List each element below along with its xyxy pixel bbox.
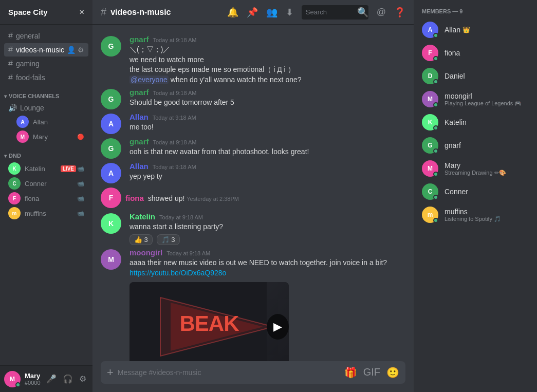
search-icon: 🔍 bbox=[357, 7, 368, 18]
user-settings-button[interactable]: ⚙ bbox=[77, 372, 88, 386]
message-time: Today at 9:18 AM bbox=[153, 164, 196, 170]
message-header: gnarf Today at 9:18 AM bbox=[129, 88, 405, 97]
member-info: Mary Streaming Drawing ✏🎨 bbox=[445, 161, 529, 176]
video-thumbnail[interactable]: BEAK ▶ bbox=[129, 282, 289, 361]
avatar: F bbox=[101, 188, 121, 208]
message-input[interactable] bbox=[118, 363, 340, 382]
speaker-icon: 🔊 bbox=[8, 104, 17, 112]
hash-icon: # bbox=[8, 73, 13, 82]
message-text: ooh is that new avatar from that photosh… bbox=[129, 147, 405, 157]
channel-header-name: videos-n-music bbox=[110, 8, 171, 17]
message-content: Katelin Today at 9:18 AM wanna start a l… bbox=[129, 212, 405, 245]
video-icon: 📹 bbox=[77, 180, 84, 187]
member-activity: Playing League of Legends 🎮 bbox=[445, 100, 529, 107]
message-time: Today at 9:18 AM bbox=[159, 214, 203, 220]
dnd-category-label: DnD bbox=[9, 153, 21, 159]
voice-channel-lounge[interactable]: 🔊 Lounge bbox=[4, 102, 88, 114]
dnd-member-fiona[interactable]: F fiona 📹 bbox=[4, 191, 88, 206]
channel-item-videos-n-music[interactable]: # videos-n-music 👤 ⚙ bbox=[4, 43, 88, 57]
collapse-arrow-icon: ▾ bbox=[4, 94, 7, 99]
member-status-icons: 🔴 bbox=[77, 134, 84, 140]
mute-button[interactable]: 🎤 bbox=[44, 372, 59, 386]
dnd-member-name: fiona bbox=[25, 195, 77, 202]
message-content: gnarf Today at 9:18 AM Should be good to… bbox=[129, 88, 405, 109]
member-name: Mary bbox=[445, 161, 529, 170]
search-input[interactable] bbox=[306, 8, 357, 16]
emoji-button[interactable]: 🙂 bbox=[386, 366, 399, 379]
video-play-button[interactable]: ▶ bbox=[267, 314, 289, 340]
message-time: Today at 9:18 AM bbox=[153, 37, 197, 43]
voice-members-list: A Allan M Mary 🔴 bbox=[0, 115, 92, 144]
message: G gnarf Today at 9:18 AM ooh is that new… bbox=[92, 136, 414, 160]
reaction-thumbsup[interactable]: 👍 3 bbox=[129, 234, 153, 245]
live-badge: LIVE bbox=[61, 165, 76, 172]
status-indicator bbox=[433, 148, 438, 154]
gift-button[interactable]: 🎁 bbox=[344, 366, 357, 379]
message-input-container: + 🎁 GIF 🙂 bbox=[101, 361, 405, 384]
user-panel: M Mary #0000 🎤 🎧 ⚙ bbox=[0, 365, 92, 392]
user-panel-name: Mary bbox=[25, 372, 44, 380]
member-name-label: Allan bbox=[445, 26, 460, 34]
member-name: moongirl bbox=[445, 92, 529, 100]
voice-member-mary[interactable]: M Mary 🔴 bbox=[12, 129, 88, 144]
message-author: gnarf bbox=[129, 35, 149, 44]
video-link[interactable]: https://youtu.be/OiDx6aQ928o bbox=[129, 269, 226, 277]
member-item-muffins[interactable]: m muffins Listening to Spotify 🎵 bbox=[418, 203, 533, 226]
avatar: A bbox=[101, 114, 121, 134]
voice-member-allan[interactable]: A Allan bbox=[12, 115, 88, 129]
download-icon[interactable]: ⬇ bbox=[286, 7, 293, 18]
dnd-category-header[interactable]: ▾ DnD bbox=[0, 144, 92, 161]
avatar: F bbox=[8, 192, 21, 204]
avatar: m bbox=[8, 207, 21, 219]
message-author: Katelin bbox=[129, 212, 155, 221]
help-icon[interactable]: ❓ bbox=[394, 7, 405, 18]
dnd-member-name: Katelin bbox=[25, 165, 59, 173]
channel-item-gaming[interactable]: # gaming bbox=[4, 57, 88, 70]
member-item-allan[interactable]: A Allan 👑 bbox=[418, 18, 533, 41]
status-indicator bbox=[433, 218, 438, 223]
reaction-music[interactable]: 🎵 3 bbox=[157, 234, 180, 245]
collapse-arrow-icon: ▾ bbox=[4, 153, 7, 159]
status-indicator bbox=[433, 102, 438, 107]
deafen-button[interactable]: 🎧 bbox=[61, 372, 75, 386]
member-item-katelin[interactable]: K Katelin bbox=[418, 111, 533, 134]
channel-item-general[interactable]: # general bbox=[4, 29, 88, 43]
gif-button[interactable]: GIF bbox=[363, 366, 380, 379]
messages-area: G gnarf Today at 9:18 AM ＼(；▽；)／ we need… bbox=[92, 25, 414, 361]
dnd-member-muffins[interactable]: m muffins 📹 bbox=[4, 206, 88, 220]
pins-icon[interactable]: 📌 bbox=[247, 7, 258, 18]
showed-up-text: showed up! bbox=[148, 194, 187, 202]
avatar: G bbox=[101, 138, 121, 159]
settings-icon[interactable]: ⚙ bbox=[78, 46, 84, 54]
message-text: aaaa their new music video is out we NEE… bbox=[129, 258, 405, 278]
member-item-gnarf[interactable]: G gnarf bbox=[418, 134, 533, 157]
avatar: G bbox=[422, 137, 438, 154]
member-item-daniel[interactable]: D Daniel bbox=[418, 65, 533, 87]
channel-settings: 👤 ⚙ bbox=[67, 46, 84, 54]
status-indicator bbox=[433, 125, 438, 130]
member-item-fiona[interactable]: F fiona bbox=[418, 42, 533, 64]
members-icon[interactable]: 👥 bbox=[266, 7, 277, 18]
server-header[interactable]: Space City ✕ bbox=[0, 0, 92, 25]
voice-category-header[interactable]: ▾ Voice Channels bbox=[0, 85, 92, 101]
inbox-icon[interactable]: @ bbox=[377, 7, 386, 17]
add-attachment-button[interactable]: + bbox=[107, 366, 114, 379]
member-activity: Streaming Drawing ✏🎨 bbox=[445, 170, 529, 176]
member-item-mary[interactable]: M Mary Streaming Drawing ✏🎨 bbox=[418, 157, 533, 180]
member-item-conner[interactable]: C Conner bbox=[418, 180, 533, 203]
channel-item-food-fails[interactable]: # food-fails bbox=[4, 71, 88, 84]
user-icon[interactable]: 👤 bbox=[67, 46, 76, 54]
member-info: Katelin bbox=[445, 118, 529, 126]
avatar: F bbox=[422, 45, 438, 61]
dnd-member-conner[interactable]: C Conner 📹 bbox=[4, 176, 88, 191]
message-text: me too! bbox=[129, 122, 405, 133]
member-item-moongirl[interactable]: M moongirl Playing League of Legends 🎮 bbox=[418, 88, 533, 110]
search-bar[interactable]: 🔍 bbox=[302, 5, 368, 20]
notifications-icon[interactable]: 🔔 bbox=[227, 7, 238, 18]
member-info: moongirl Playing League of Legends 🎮 bbox=[445, 92, 529, 107]
message-time: Today at 9:18 AM bbox=[153, 139, 197, 145]
avatar: D bbox=[422, 68, 438, 84]
dnd-member-katelin[interactable]: K Katelin LIVE 📹 bbox=[4, 161, 88, 176]
avatar: K bbox=[8, 162, 21, 175]
message-content: gnarf Today at 9:18 AM ooh is that new a… bbox=[129, 137, 405, 159]
